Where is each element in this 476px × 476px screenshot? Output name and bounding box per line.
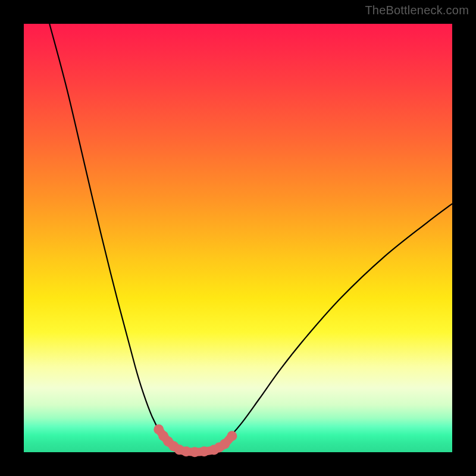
watermark-text: TheBottleneck.com — [365, 4, 469, 17]
marker-dot — [190, 447, 200, 457]
marker-dot — [181, 446, 191, 456]
marker-dot — [227, 431, 237, 441]
marker-dot — [199, 446, 209, 456]
marker-dots-group — [154, 424, 237, 457]
plot-area — [24, 24, 452, 452]
chart-svg — [24, 24, 452, 452]
marker-dot — [220, 439, 230, 449]
curve-left-branch — [49, 24, 179, 450]
chart-frame: TheBottleneck.com — [0, 0, 476, 476]
curve-right-branch — [214, 203, 452, 450]
